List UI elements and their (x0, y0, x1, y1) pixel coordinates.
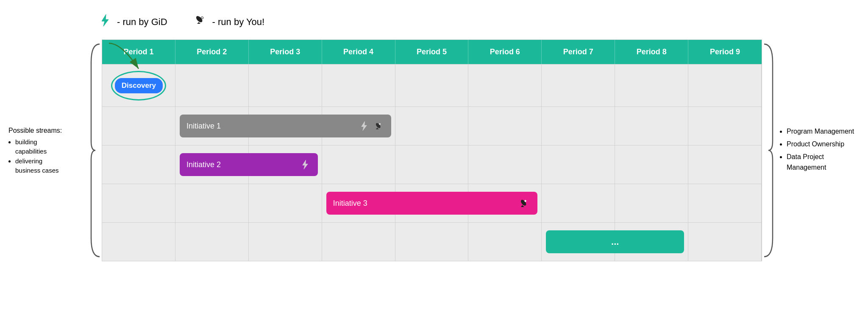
right-annotation-list: Program Management Product Ownership Dat… (779, 126, 860, 173)
cell-r2-c7 (542, 107, 615, 145)
cell-r5-c4 (322, 223, 395, 261)
cell-r3-c9 (688, 146, 762, 184)
svg-point-4 (375, 122, 381, 129)
svg-point-2 (201, 17, 203, 19)
left-brace (89, 39, 102, 261)
initiative-4-label: ... (611, 236, 619, 247)
streams-title: Possible streams: (8, 126, 85, 136)
stream-item-1: buildingcapabilities (15, 137, 85, 157)
initiative-2-bar[interactable]: Initiative 2 (180, 153, 318, 176)
right-annotation: Program Management Product Ownership Dat… (775, 126, 860, 174)
cell-r1-c3 (249, 64, 322, 106)
row-initiative-4: ... (102, 222, 762, 261)
initiative-2-icons (299, 159, 311, 171)
cell-r3-c6 (468, 146, 542, 184)
cell-r2-c8 (615, 107, 688, 145)
grid-rows: Discovery (102, 64, 762, 261)
cell-r1-c6 (468, 64, 542, 106)
header-period-5: Period 5 (395, 40, 469, 64)
cell-r4-c8 (615, 184, 688, 222)
header-period-4: Period 4 (322, 40, 395, 64)
page-container: - run by GiD - run by You! Possible stre… (0, 0, 868, 333)
right-item-1: Program Management (787, 126, 860, 137)
header-period-2: Period 2 (175, 40, 249, 64)
cell-r4-c7 (542, 184, 615, 222)
initiative-1-label: Initiative 1 (186, 122, 221, 131)
legend-item-gid: - run by GiD (97, 13, 167, 31)
cell-r1-c8 (615, 64, 688, 106)
gid-icon (97, 13, 113, 31)
right-brace (762, 39, 775, 261)
cell-r4-c1 (102, 184, 175, 222)
row-initiative-2: Initiative 2 (102, 145, 762, 184)
grid-wrapper: Period 1 Period 2 Period 3 Period 4 Peri… (102, 39, 762, 261)
cell-r5-c1 (102, 223, 175, 261)
header-period-7: Period 7 (542, 40, 615, 64)
initiative-1-bar[interactable]: Initiative 1 (180, 115, 391, 137)
cell-r1-c7 (542, 64, 615, 106)
cell-r5-c2 (175, 223, 249, 261)
cell-r4-c2 (175, 184, 249, 222)
discovery-badge: Discovery (115, 78, 163, 93)
cell-r5-c5 (395, 223, 469, 261)
cell-r3-c5 (395, 146, 469, 184)
right-item-3: Data Project Management (787, 151, 860, 173)
cell-r5-c3 (249, 223, 322, 261)
row-initiative-3: Initiative 3 (102, 184, 762, 222)
header-period-1: Period 1 (102, 40, 175, 64)
grid-header: Period 1 Period 2 Period 3 Period 4 Peri… (102, 40, 762, 64)
initiative-1-icons (358, 120, 384, 132)
cell-r5-c6 (468, 223, 542, 261)
cell-r2-c6 (468, 107, 542, 145)
header-period-6: Period 6 (468, 40, 542, 64)
cell-r2-c1 (102, 107, 175, 145)
legend-item-you: - run by You! (193, 13, 265, 31)
streams-list: buildingcapabilities deliveringbusiness … (8, 137, 85, 176)
row-discovery: Discovery (102, 64, 762, 106)
cell-r4-c9 (688, 184, 762, 222)
legend: - run by GiD - run by You! (97, 13, 264, 31)
svg-point-0 (195, 15, 203, 23)
cell-r2-c5 (395, 107, 469, 145)
row-initiative-1: Initiative 1 (102, 106, 762, 145)
initiative-3-icons (517, 196, 531, 210)
cell-r3-c7 (542, 146, 615, 184)
cell-r3-c8 (615, 146, 688, 184)
svg-point-5 (379, 123, 381, 125)
main-area: Possible streams: buildingcapabilities d… (0, 39, 868, 261)
cell-r5-c9 (688, 223, 762, 261)
cell-r3-c1 (102, 146, 175, 184)
initiative-3-label: Initiative 3 (333, 199, 367, 208)
right-item-2: Product Ownership (787, 139, 860, 150)
cell-r2-c9 (688, 107, 762, 145)
initiative-2-label: Initiative 2 (186, 160, 221, 169)
svg-point-6 (520, 199, 527, 207)
initiative-4-bar[interactable]: ... (546, 230, 684, 253)
legend-gid-text: - run by GiD (117, 17, 167, 28)
cell-r4-c3 (249, 184, 322, 222)
cell-r1-c2 (175, 64, 249, 106)
header-period-9: Period 9 (688, 40, 762, 64)
cell-r3-c4 (322, 146, 395, 184)
svg-point-7 (525, 200, 526, 201)
legend-you-text: - run by You! (212, 17, 265, 28)
cell-r1-c9 (688, 64, 762, 106)
discovery-circle-highlight: Discovery (111, 71, 166, 101)
cell-r1-c4 (322, 64, 395, 106)
left-annotation: Possible streams: buildingcapabilities d… (8, 126, 89, 176)
cell-r1-c5 (395, 64, 469, 106)
header-period-8: Period 8 (615, 40, 688, 64)
initiative-3-bar[interactable]: Initiative 3 (326, 192, 538, 215)
rocket-icon (193, 13, 208, 31)
stream-item-2: deliveringbusiness cases (15, 157, 85, 176)
header-period-3: Period 3 (249, 40, 322, 64)
